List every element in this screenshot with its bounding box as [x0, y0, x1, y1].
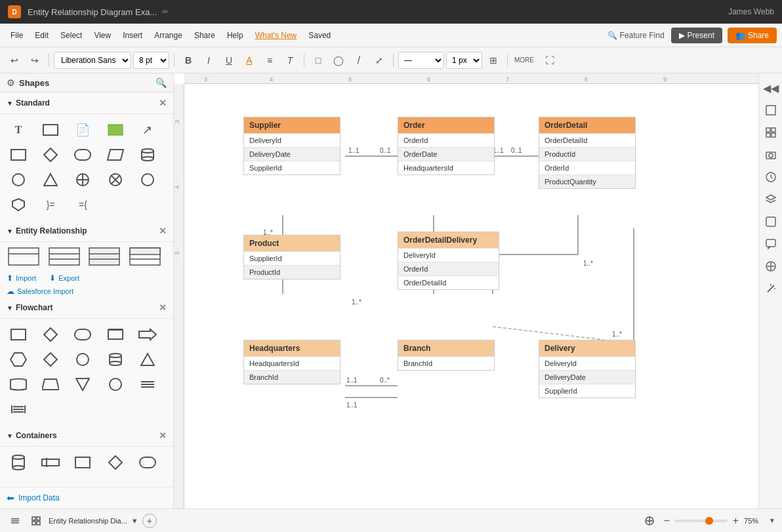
import-button[interactable]: ⬆ Import — [7, 274, 36, 283]
page-dropdown-arrow[interactable]: ▼ — [131, 517, 138, 525]
fc-diamond[interactable] — [39, 323, 62, 346]
delivery-entity[interactable]: Delivery DeliveryId DeliveryDate Supplie… — [539, 340, 636, 398]
salesforce-import-button[interactable]: ☁ Salesforce Import — [0, 285, 173, 297]
fc-diamond2[interactable] — [39, 348, 62, 371]
menu-whats-new[interactable]: What's New — [250, 28, 302, 43]
zoom-plus-button[interactable]: + — [733, 515, 739, 527]
search-icon[interactable]: 🔍 — [155, 77, 167, 88]
flowchart-section-header[interactable]: ▼ Flowchart ✕ — [0, 297, 173, 319]
pages-icon[interactable] — [762, 101, 780, 119]
fc-double-lines[interactable] — [7, 398, 30, 421]
fc-hexagon[interactable] — [7, 348, 30, 371]
parallelogram-shape[interactable] — [104, 143, 127, 167]
text-button[interactable]: T — [281, 51, 299, 70]
undo-button[interactable]: ↩ — [5, 51, 24, 70]
align-left-button[interactable]: ≡ — [260, 51, 279, 70]
fc-circle3[interactable] — [104, 373, 127, 396]
er-shape-4[interactable] — [128, 246, 162, 267]
circle-shape[interactable] — [7, 168, 30, 192]
flowchart-close-icon[interactable]: ✕ — [159, 302, 167, 313]
add-page-button[interactable]: + — [142, 514, 157, 528]
orderdetaildelivery-entity[interactable]: OrderDetailDelivery DeliveryId OrderId O… — [398, 232, 499, 290]
fc-arrow-right[interactable] — [136, 323, 159, 346]
fit-page-icon[interactable] — [641, 512, 658, 529]
menu-insert[interactable]: Insert — [117, 28, 148, 43]
menu-select[interactable]: Select — [55, 28, 87, 43]
stroke-color-button[interactable]: / — [350, 51, 368, 70]
fc-rect[interactable] — [7, 323, 30, 346]
headquarters-entity[interactable]: Headquarters HeadquartersId BranchId — [243, 340, 340, 384]
import-data-button[interactable]: ⬅ Import Data — [0, 487, 173, 508]
canvas-area[interactable]: 3 4 5 6 7 8 9 3 4 5 — [174, 73, 758, 508]
chat-icon[interactable] — [762, 235, 780, 253]
rect-shape[interactable] — [39, 118, 62, 142]
note-shape[interactable]: 📄 — [71, 118, 94, 142]
grid-icon[interactable] — [762, 123, 780, 142]
fill2-button[interactable]: ◯ — [329, 51, 348, 70]
menu-view[interactable]: View — [89, 28, 116, 43]
transform-button[interactable]: ⊞ — [484, 51, 503, 70]
brace-right-shape[interactable]: }= — [39, 193, 62, 216]
menu-arrange[interactable]: Arrange — [149, 28, 188, 43]
fc-lines[interactable] — [136, 373, 159, 396]
orderdetail-entity[interactable]: OrderDetail OrderDetailId ProductId Orde… — [539, 117, 636, 189]
list-view-icon[interactable] — [7, 512, 24, 529]
feature-find-button[interactable]: 🔍 Feature Find — [602, 28, 670, 43]
font-color-button[interactable]: A — [240, 51, 258, 70]
fc-triangle[interactable] — [136, 348, 159, 371]
er-shape-1[interactable] — [7, 246, 41, 267]
product-entity[interactable]: Product SupplierId ProductId — [243, 235, 340, 279]
bold-button[interactable]: B — [179, 51, 197, 70]
x-shape[interactable] — [104, 168, 127, 192]
zoom-dropdown-arrow[interactable]: ▼ — [769, 517, 775, 524]
line-px-select[interactable]: 1 px — [446, 52, 482, 69]
menu-edit[interactable]: Edit — [30, 28, 54, 43]
cont-band[interactable] — [39, 451, 62, 474]
supplier-entity[interactable]: Supplier DeliveryId DeliveryDate Supplie… — [243, 117, 340, 175]
er-section-header[interactable]: ▼ Entity Relationship ✕ — [0, 220, 173, 242]
green-rect-shape[interactable] — [104, 118, 127, 142]
small-circle-shape[interactable] — [136, 168, 159, 192]
er-shape-2[interactable] — [47, 246, 81, 267]
fc-circle2[interactable] — [71, 348, 94, 371]
present-button[interactable]: ▶ Present — [671, 28, 722, 43]
collapse-right-icon[interactable]: ◀◀ — [762, 79, 780, 97]
fc-inv-triangle[interactable] — [71, 373, 94, 396]
er-shape-3[interactable] — [87, 246, 121, 267]
underline-button[interactable]: U — [220, 51, 238, 70]
fc-tape[interactable] — [7, 373, 30, 396]
containers-section-header[interactable]: ▼ Containers ✕ — [0, 425, 173, 447]
menu-help[interactable]: Help — [222, 28, 249, 43]
magic-icon[interactable] — [762, 279, 780, 298]
clock-icon[interactable] — [762, 168, 780, 186]
arrow-shape[interactable]: ↗ — [136, 118, 159, 142]
layers-icon[interactable] — [762, 190, 780, 209]
order-entity[interactable]: Order OrderId OrderDate HeadquartersId — [398, 117, 495, 175]
cont-diamond[interactable] — [104, 451, 127, 474]
zoom-minus-button[interactable]: − — [663, 515, 669, 527]
triangle-shape[interactable] — [39, 168, 62, 192]
fill-button[interactable]: □ — [309, 51, 327, 70]
italic-button[interactable]: I — [199, 51, 218, 70]
containers-close-icon[interactable]: ✕ — [159, 430, 167, 441]
fc-cylinder[interactable] — [104, 348, 127, 371]
fc-rounded[interactable] — [71, 323, 94, 346]
cont-rounded[interactable] — [136, 451, 159, 474]
line-style-select[interactable]: — — [398, 52, 444, 69]
branch-entity[interactable]: Branch BranchId — [398, 340, 495, 371]
camera-icon[interactable] — [762, 146, 780, 164]
waypoints-button[interactable]: ⤢ — [370, 51, 388, 70]
zoom-slider[interactable] — [675, 520, 728, 522]
standard-section-header[interactable]: ▼ Standard ✕ — [0, 92, 173, 114]
grid-view-icon[interactable] — [28, 512, 45, 529]
rect2-shape[interactable] — [7, 143, 30, 167]
share-button[interactable]: 👥 Share — [728, 28, 777, 43]
cont-cylinder[interactable] — [7, 451, 30, 474]
text-shape[interactable]: T — [7, 118, 30, 142]
menu-file[interactable]: File — [5, 28, 28, 43]
format-icon[interactable] — [762, 213, 780, 231]
cylinder-shape[interactable] — [136, 143, 159, 167]
fullscreen-button[interactable]: ⛶ — [541, 51, 559, 70]
menu-share[interactable]: Share — [189, 28, 220, 43]
shapes2-icon[interactable] — [762, 257, 780, 276]
